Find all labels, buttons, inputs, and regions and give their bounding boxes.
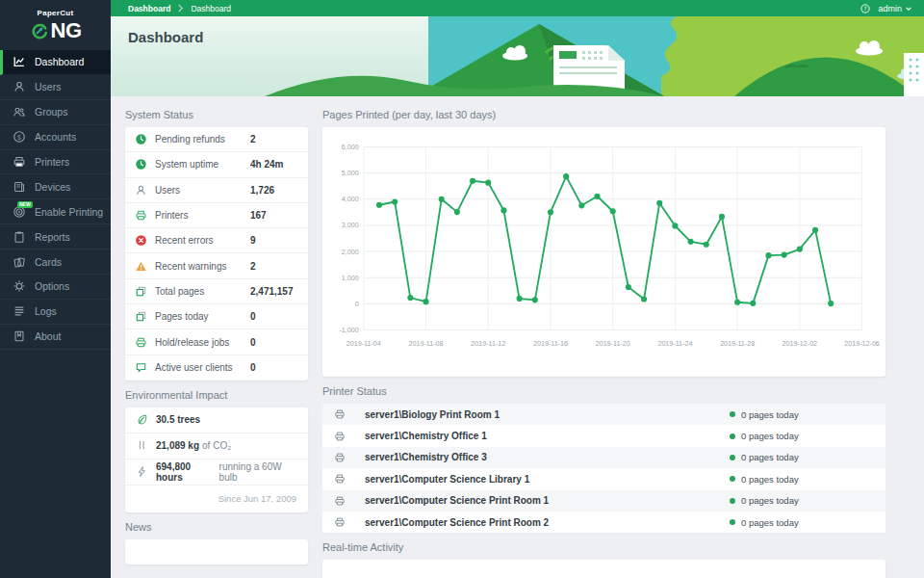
sidebar-item-label: Accounts xyxy=(35,131,76,143)
sidebar-item-cards[interactable]: Cards xyxy=(0,250,111,275)
page-title: Dashboard xyxy=(128,29,203,45)
impact-value: 21,089 kg xyxy=(156,440,199,451)
status-value: 2,471,157 xyxy=(250,286,294,297)
printer-row: server1\Computer Science Library 10 page… xyxy=(322,468,886,489)
printer-status-text: 0 pages today xyxy=(741,474,799,485)
status-value: 2 xyxy=(250,134,256,144)
news-heading: News xyxy=(125,521,308,533)
sidebar-item-logs[interactable]: Logs xyxy=(0,300,111,325)
hero-banner: Dashboard xyxy=(111,16,924,96)
sidebar-item-accounts[interactable]: $Accounts xyxy=(0,125,111,150)
status-row: Pages today0 xyxy=(125,304,308,329)
svg-text:2019-12-02: 2019-12-02 xyxy=(783,340,817,348)
status-value: 0 xyxy=(250,362,256,373)
status-label: Hold/release jobs xyxy=(155,337,250,348)
svg-text:1,000: 1,000 xyxy=(342,275,359,282)
status-value: 0 xyxy=(250,337,256,348)
sidebar-item-label: About xyxy=(35,330,61,342)
logs-icon xyxy=(13,304,26,318)
printer-status-list: server1\Biology Print Room 10 pages toda… xyxy=(322,404,886,533)
pages-icon xyxy=(135,310,147,323)
status-label: Pages today xyxy=(155,311,250,322)
sidebar-item-label: Devices xyxy=(35,181,70,193)
printer-status-text: 0 pages today xyxy=(741,495,799,506)
impact-value: 30.5 trees xyxy=(156,414,200,425)
sidebar-item-reports[interactable]: Reports xyxy=(0,224,111,250)
printer-row: server1\Biology Print Room 10 pages toda… xyxy=(322,404,886,425)
status-row: Pending refunds2 xyxy=(125,127,308,152)
printer-name-link[interactable]: server1\Biology Print Room 1 xyxy=(365,409,500,420)
status-label: System uptime xyxy=(155,159,250,170)
svg-text:2019-11-04: 2019-11-04 xyxy=(346,340,381,348)
sidebar-item-label: Logs xyxy=(35,305,57,317)
printer-name-link[interactable]: server1\Chemistry Office 3 xyxy=(365,452,487,462)
sidebar-item-printers[interactable]: Printers xyxy=(0,150,111,175)
papercut-logo[interactable]: PaperCut NG xyxy=(0,0,111,50)
printer-row: server1\Chemistry Office 30 pages today xyxy=(322,447,886,468)
impact-description: running a 60W bulb xyxy=(219,461,297,483)
status-value: 1,726 xyxy=(250,185,274,196)
printer-ok-dot-icon xyxy=(730,434,735,439)
bolt-icon xyxy=(136,465,148,478)
sidebar-item-about[interactable]: About xyxy=(0,325,111,350)
hero-illustration xyxy=(111,16,924,96)
sidebar-item-label: Cards xyxy=(35,256,62,268)
status-label: Users xyxy=(155,185,250,196)
printer-row: server1\Computer Science Print Room 20 p… xyxy=(322,512,886,533)
printer-status-text: 0 pages today xyxy=(741,452,799,462)
printer-icon xyxy=(334,408,346,420)
printer-name-link[interactable]: server1\Computer Science Print Room 2 xyxy=(365,517,549,528)
status-value: 4h 24m xyxy=(250,159,283,170)
user-icon xyxy=(13,80,26,93)
leaf-icon xyxy=(136,413,148,426)
device-icon xyxy=(13,180,26,194)
printer-name-link[interactable]: server1\Computer Science Print Room 1 xyxy=(365,495,549,506)
svg-text:4,000: 4,000 xyxy=(342,196,359,203)
status-label: Recent warnings xyxy=(155,261,250,272)
printer-name-link[interactable]: server1\Chemistry Office 1 xyxy=(365,431,487,441)
sidebar-item-dashboard[interactable]: Dashboard xyxy=(0,50,111,75)
status-label: Printers xyxy=(155,210,250,221)
sidebar-item-devices[interactable]: Devices xyxy=(0,174,111,199)
sidebar-item-label: Users xyxy=(35,81,61,92)
svg-text:2019-11-24: 2019-11-24 xyxy=(657,340,692,348)
user-icon xyxy=(135,184,147,197)
printer-icon xyxy=(135,209,147,222)
pages-printed-heading: Pages Printed (per day, last 30 days) xyxy=(322,109,886,120)
printer-row: server1\Computer Science Print Room 10 p… xyxy=(322,490,886,512)
clipboard-icon xyxy=(13,230,26,244)
sidebar-item-label: Printers xyxy=(35,156,69,168)
sidebar-item-label: Reports xyxy=(35,231,70,243)
printer-icon xyxy=(334,473,346,485)
clock-icon xyxy=(135,158,147,171)
realtime-activity-heading: Real-time Activity xyxy=(322,541,886,553)
pages-printed-chart-card: -1,00001,0002,0003,0004,0005,0006,000201… xyxy=(322,127,886,377)
user-menu[interactable]: admin xyxy=(878,4,912,13)
chevron-down-icon xyxy=(905,5,912,13)
sidebar-item-label: Enable Printing xyxy=(35,206,103,218)
coin-icon: $ xyxy=(13,130,26,144)
error-icon xyxy=(135,234,147,247)
help-icon[interactable]: ? xyxy=(860,4,870,13)
system-status-heading: System Status xyxy=(125,109,308,120)
svg-text:$: $ xyxy=(17,134,21,142)
brand-papercut: PaperCut xyxy=(0,9,111,17)
impact-row: 694,800 hoursrunning a 60W bulb xyxy=(125,460,308,486)
sidebar-item-groups[interactable]: Groups xyxy=(0,100,111,125)
printer-ok-dot-icon xyxy=(730,498,735,504)
printer-ok-dot-icon xyxy=(730,455,735,460)
impact-row: 30.5 trees xyxy=(125,407,308,434)
sidebar-item-options[interactable]: Options xyxy=(0,275,111,300)
smoke-icon xyxy=(136,439,148,452)
topbar-right: ? admin xyxy=(860,4,912,13)
svg-text:0: 0 xyxy=(355,301,359,308)
sidebar-item-enable-printing[interactable]: Enable PrintingNEW xyxy=(0,199,111,224)
printer-name-link[interactable]: server1\Computer Science Library 1 xyxy=(365,474,529,485)
breadcrumb-dashboard-link[interactable]: Dashboard xyxy=(128,4,170,13)
sidebar-item-users[interactable]: Users xyxy=(0,75,111,100)
svg-text:3,000: 3,000 xyxy=(342,222,359,229)
right-column: Pages Printed (per day, last 30 days) -1… xyxy=(322,104,886,578)
svg-text:2019-11-16: 2019-11-16 xyxy=(533,340,568,348)
dashboard-content: System Status Pending refunds2System upt… xyxy=(111,96,924,578)
clock-icon xyxy=(135,133,147,145)
